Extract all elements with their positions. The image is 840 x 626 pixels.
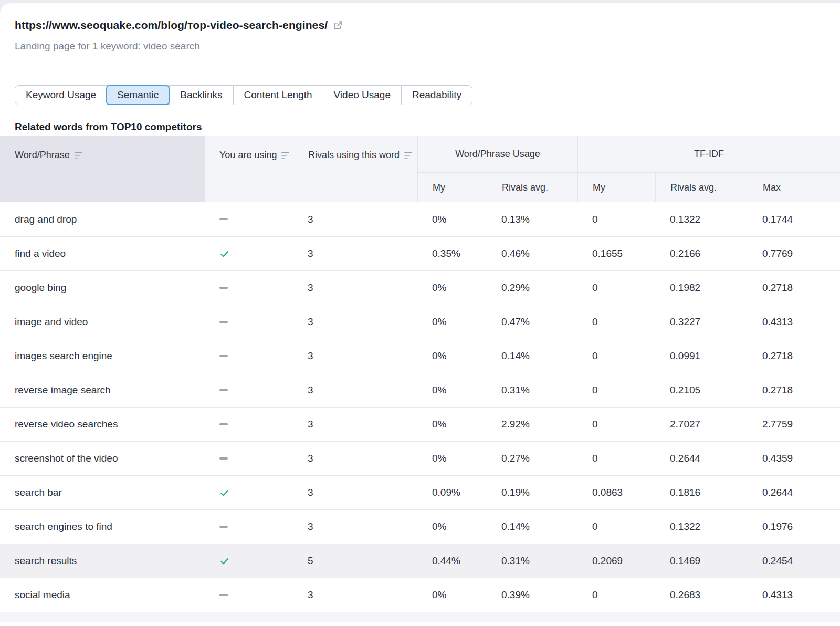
tfidf-rivals-avg-cell: 0.1816 [655, 476, 748, 509]
tfidf-rivals-avg-cell: 0.2644 [655, 442, 748, 475]
tab-semantic[interactable]: Semantic [106, 85, 170, 105]
table-row[interactable]: search bar 3 0.09% 0.19% 0.0863 0.1816 0… [0, 475, 840, 509]
dash-icon [219, 457, 228, 460]
tfidf-rivals-avg-cell: 0.3227 [655, 305, 748, 339]
column-header-word-phrase: Word/Phrase [0, 136, 205, 202]
tfidf-rivals-avg-cell: 0.2105 [655, 373, 748, 407]
sort-you-are-using[interactable]: You are using [219, 150, 289, 161]
subheader-tfidf-my: My [578, 173, 655, 202]
word-phrase-cell: screenshot of the video [0, 442, 205, 475]
rivals-count-cell: 3 [293, 578, 417, 612]
table-row[interactable]: images search engine 3 0% 0.14% 0 0.0991… [0, 339, 840, 373]
section-title: Related words from TOP10 competitors [15, 121, 825, 133]
you-are-using-cell [205, 305, 293, 339]
table-header: Word/Phrase You are using Rivals using t… [0, 136, 840, 202]
tfidf-my-cell: 0 [578, 271, 655, 305]
tab-video-usage[interactable]: Video Usage [323, 86, 401, 105]
table-footer-strip [0, 612, 840, 622]
external-link-icon[interactable] [333, 20, 343, 30]
sort-word-phrase[interactable]: Word/Phrase [15, 150, 82, 161]
subheader-tfidf-rivals-avg: Rivals avg. [655, 173, 748, 202]
tab-content-length[interactable]: Content Length [233, 86, 323, 105]
sort-rivals-using[interactable]: Rivals using this word [308, 150, 412, 161]
check-icon [219, 249, 229, 259]
tab-keyword-usage[interactable]: Keyword Usage [15, 86, 107, 105]
you-are-using-cell [205, 544, 293, 578]
table-row[interactable]: social media 3 0% 0.39% 0 0.2683 0.4313 [0, 578, 840, 612]
tfidf-my-cell: 0 [578, 202, 655, 236]
sort-bars-icon [404, 152, 412, 159]
usage-rivals-avg-cell: 0.31% [487, 544, 578, 578]
tfidf-rivals-avg-cell: 2.7027 [655, 408, 748, 441]
table-row[interactable]: search results 5 0.44% 0.31% 0.2069 0.14… [0, 544, 840, 578]
dash-icon [219, 287, 228, 289]
tab-readability[interactable]: Readability [401, 86, 472, 105]
table-row[interactable]: find a video 3 0.35% 0.46% 0.1655 0.2166… [0, 236, 840, 270]
table-row[interactable]: search engines to find 3 0% 0.14% 0 0.13… [0, 509, 840, 544]
column-header-rivals-using: Rivals using this word [293, 136, 417, 202]
word-phrase-cell: drag and drop [0, 202, 205, 236]
dash-icon [219, 423, 228, 425]
you-are-using-cell [205, 373, 293, 407]
landing-page-subtitle: Landing page for 1 keyword: video search [15, 40, 825, 52]
usage-my-cell: 0% [417, 408, 487, 441]
rivals-count-cell: 3 [293, 373, 417, 407]
page-url-link[interactable]: https://www.seoquake.com/blog/тop-video-… [15, 19, 328, 32]
usage-my-cell: 0.44% [417, 544, 487, 578]
table-row[interactable]: reverse image search 3 0% 0.31% 0 0.2105… [0, 373, 840, 407]
usage-my-cell: 0.35% [417, 237, 487, 270]
usage-rivals-avg-cell: 0.13% [487, 202, 578, 236]
tfidf-max-cell: 2.7759 [748, 408, 840, 441]
tfidf-max-cell: 0.4359 [748, 442, 840, 475]
tfidf-max-cell: 0.4313 [748, 305, 840, 339]
table-row[interactable]: reverse video searches 3 0% 2.92% 0 2.70… [0, 407, 840, 441]
rivals-count-cell: 3 [293, 408, 417, 441]
usage-rivals-avg-cell: 0.46% [487, 237, 578, 270]
usage-my-cell: 0% [417, 442, 487, 475]
tfidf-rivals-avg-cell: 0.2166 [655, 237, 748, 270]
usage-rivals-avg-cell: 0.29% [487, 271, 578, 305]
word-phrase-cell: image and video [0, 305, 205, 339]
usage-rivals-avg-cell: 0.19% [487, 476, 578, 509]
rivals-count-cell: 3 [293, 476, 417, 509]
sort-bars-icon [75, 152, 82, 159]
tfidf-rivals-avg-cell: 0.1982 [655, 271, 748, 305]
you-are-using-cell [205, 237, 293, 270]
table-row[interactable]: google bing 3 0% 0.29% 0 0.1982 0.2718 [0, 270, 840, 305]
tfidf-my-cell: 0 [578, 578, 655, 612]
usage-my-cell: 0% [417, 373, 487, 407]
related-words-table: Word/Phrase You are using Rivals using t… [0, 136, 840, 622]
tfidf-my-cell: 0.2069 [578, 544, 655, 578]
you-are-using-cell [205, 476, 293, 509]
tfidf-my-cell: 0.0863 [578, 476, 655, 509]
tfidf-rivals-avg-cell: 0.2683 [655, 578, 748, 612]
dash-icon [219, 321, 228, 323]
group-header-word-phrase-usage: Word/Phrase Usage [417, 136, 578, 173]
table-row[interactable]: image and video 3 0% 0.47% 0 0.3227 0.43… [0, 305, 840, 339]
table-body: drag and drop 3 0% 0.13% 0 0.1322 0.1744… [0, 202, 840, 612]
you-are-using-cell [205, 202, 293, 236]
table-row[interactable]: drag and drop 3 0% 0.13% 0 0.1322 0.1744 [0, 202, 840, 236]
you-are-using-cell [205, 442, 293, 475]
tfidf-rivals-avg-cell: 0.1322 [655, 510, 748, 544]
rivals-count-cell: 5 [293, 544, 417, 578]
usage-rivals-avg-cell: 0.14% [487, 510, 578, 544]
you-are-using-cell [205, 510, 293, 544]
rivals-count-cell: 3 [293, 271, 417, 305]
tfidf-rivals-avg-cell: 0.1322 [655, 202, 748, 236]
usage-rivals-avg-cell: 0.31% [487, 373, 578, 407]
word-phrase-cell: reverse video searches [0, 408, 205, 441]
tfidf-my-cell: 0.1655 [578, 237, 655, 270]
tab-backlinks[interactable]: Backlinks [169, 86, 233, 105]
rivals-count-cell: 3 [293, 305, 417, 339]
usage-my-cell: 0% [417, 271, 487, 305]
word-phrase-cell: find a video [0, 237, 205, 270]
rivals-count-cell: 3 [293, 237, 417, 270]
you-are-using-cell [205, 339, 293, 373]
dash-icon [219, 218, 228, 221]
table-row[interactable]: screenshot of the video 3 0% 0.27% 0 0.2… [0, 441, 840, 475]
tfidf-max-cell: 0.2644 [748, 476, 840, 509]
dash-icon [219, 355, 228, 357]
tfidf-max-cell: 0.2718 [748, 373, 840, 407]
group-header-tf-idf: TF-IDF [578, 136, 840, 173]
